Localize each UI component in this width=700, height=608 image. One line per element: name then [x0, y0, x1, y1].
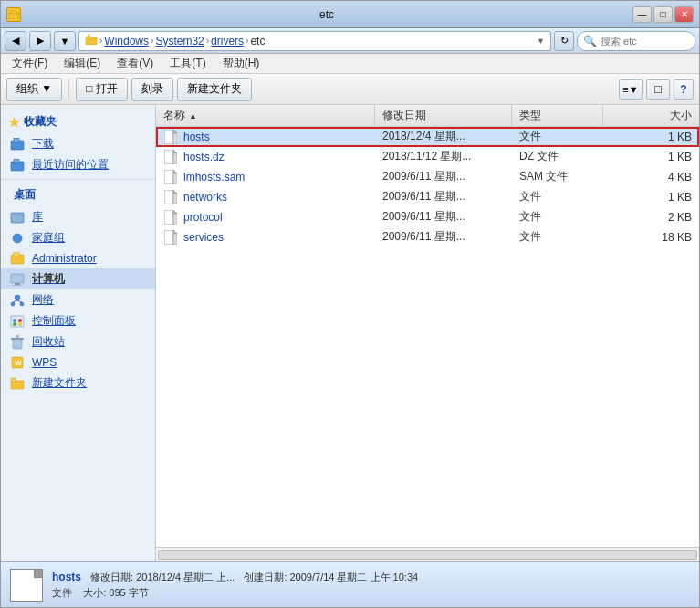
file-name-text: networks [183, 191, 227, 204]
sidebar-item-homegroup[interactable]: 家庭组 [1, 227, 155, 248]
sidebar-item-library[interactable]: 库 [1, 206, 155, 227]
sidebar-item-control-panel[interactable]: 控制面板 [1, 310, 155, 331]
table-row[interactable]: services 2009/6/11 星期... 文件 18 KB [156, 227, 699, 247]
table-row[interactable]: protocol 2009/6/11 星期... 文件 2 KB [156, 207, 699, 227]
col-header-type[interactable]: 类型 [512, 105, 603, 126]
title-bar: etc — □ ✕ [1, 1, 699, 28]
forward-button[interactable]: ▶ [29, 31, 51, 51]
file-type-cell: SAM 文件 [512, 169, 603, 184]
sidebar-item-wps[interactable]: W WPS [1, 352, 155, 372]
table-row[interactable]: lmhosts.sam 2009/6/11 星期... SAM 文件 4 KB [156, 167, 699, 187]
breadcrumb-system32[interactable]: System32 [155, 35, 204, 47]
engrave-button[interactable]: 刻录 [131, 78, 173, 101]
sidebar-item-administrator[interactable]: Administrator [1, 248, 155, 268]
file-type-cell: 文件 [512, 209, 603, 225]
dropdown-button[interactable]: ▼ [54, 31, 76, 51]
file-date-cell: 2009/6/11 星期... [375, 189, 512, 204]
file-name-cell: services [156, 230, 375, 245]
svg-rect-47 [164, 230, 173, 245]
status-bar: hosts 修改日期: 2018/12/4 星期二 上... 创建日期: 200… [1, 561, 699, 607]
sep4: › [246, 36, 248, 46]
favorites-label: 收藏夹 [24, 114, 57, 130]
file-date-cell: 2018/12/4 星期... [375, 129, 512, 144]
svg-rect-32 [164, 130, 173, 144]
sort-arrow: ▲ [189, 111, 197, 121]
toolbar: 组织 ▼ □ 打开 刻录 新建文件夹 ≡▼ □ ? [1, 74, 699, 105]
menu-file[interactable]: 文件(F) [5, 54, 55, 73]
table-row[interactable]: hosts.dz 2018/11/12 星期... DZ 文件 1 KB [156, 147, 699, 167]
svg-marker-45 [173, 210, 177, 214]
svg-point-22 [18, 319, 22, 322]
new-folder-label: 新建文件夹 [32, 375, 87, 391]
desktop-label: 桌面 [14, 187, 36, 203]
svg-rect-38 [164, 170, 173, 184]
file-type-cell: 文件 [512, 129, 603, 144]
menu-edit[interactable]: 编辑(E) [57, 54, 108, 73]
svg-marker-48 [173, 230, 177, 234]
sidebar: ★ 收藏夹 下载 最近访问的位置 桌面 [1, 105, 156, 561]
sep1: › [99, 36, 102, 46]
file-icon [163, 170, 178, 184]
svg-rect-2 [86, 37, 97, 45]
svg-marker-39 [173, 170, 177, 173]
recent-label: 最近访问的位置 [32, 157, 109, 173]
back-button[interactable]: ◀ [5, 31, 26, 51]
layout-button[interactable]: □ [646, 79, 670, 100]
menu-help[interactable]: 帮助(H) [215, 54, 267, 73]
view-toggle-button[interactable]: ≡▼ [619, 79, 643, 100]
file-name-cell: hosts.dz [156, 150, 375, 164]
svg-rect-14 [13, 285, 22, 286]
file-icon [163, 150, 178, 164]
file-name-cell: hosts [156, 130, 375, 144]
file-name-text: services [183, 231, 224, 244]
file-size-cell: 1 KB [603, 151, 699, 163]
status-file-icon [10, 569, 43, 602]
new-folder-button[interactable]: 新建文件夹 [177, 78, 252, 101]
minimize-button[interactable]: — [632, 6, 652, 23]
help-button[interactable]: ? [674, 79, 694, 100]
maximize-button[interactable]: □ [653, 6, 673, 23]
sidebar-item-downloads[interactable]: 下载 [1, 133, 155, 154]
col-header-size[interactable]: 大小 [603, 105, 699, 126]
sidebar-item-new-folder[interactable]: 新建文件夹 [1, 372, 155, 393]
table-row[interactable]: networks 2009/6/11 星期... 文件 1 KB [156, 187, 699, 207]
breadcrumb-dropdown[interactable]: ▼ [537, 37, 545, 46]
sidebar-item-recent[interactable]: 最近访问的位置 [1, 154, 155, 175]
homegroup-label: 家庭组 [32, 230, 65, 246]
refresh-button[interactable]: ↻ [554, 31, 574, 51]
open-button[interactable]: □ 打开 [76, 78, 128, 101]
breadcrumb-windows[interactable]: Windows [104, 35, 149, 47]
breadcrumb-icon [85, 34, 98, 47]
recycle-label: 回收站 [32, 334, 65, 350]
menu-view[interactable]: 查看(V) [110, 54, 161, 73]
address-bar-row: ◀ ▶ ▼ › Windows › System32 › drivers › e… [1, 28, 699, 54]
file-date-cell: 2009/6/11 星期... [375, 229, 512, 245]
sidebar-item-network[interactable]: 网络 [1, 289, 155, 310]
search-input[interactable] [601, 36, 692, 47]
close-button[interactable]: ✕ [674, 6, 694, 23]
organize-button[interactable]: 组织 ▼ [6, 78, 62, 101]
sidebar-item-recycle[interactable]: 回收站 [1, 331, 155, 352]
table-row[interactable]: hosts 2018/12/4 星期... 文件 1 KB [156, 127, 699, 147]
sidebar-item-computer[interactable]: 计算机 [1, 268, 155, 289]
breadcrumb-drivers[interactable]: drivers [211, 35, 244, 47]
downloads-label: 下载 [32, 136, 54, 152]
col-header-date[interactable]: 修改日期 [375, 105, 512, 126]
breadcrumb-etc[interactable]: etc [250, 35, 265, 47]
sidebar-divider-1 [1, 179, 155, 180]
wps-icon: W [8, 355, 26, 370]
star-icon: ★ [8, 115, 20, 130]
downloads-icon [8, 137, 26, 152]
menu-tools[interactable]: 工具(T) [162, 54, 213, 73]
window-icon [6, 7, 21, 22]
recent-icon [8, 158, 26, 173]
svg-rect-49 [173, 234, 177, 245]
file-date-cell: 2009/6/11 星期... [375, 209, 512, 225]
scrollbar-track[interactable] [158, 550, 697, 560]
file-size-cell: 4 KB [603, 171, 699, 183]
horizontal-scrollbar[interactable] [156, 547, 699, 561]
file-area: 名称 ▲ 修改日期 类型 大小 ho [156, 105, 699, 561]
svg-rect-12 [11, 274, 24, 283]
col-header-name[interactable]: 名称 ▲ [156, 105, 375, 126]
svg-rect-20 [11, 316, 24, 327]
